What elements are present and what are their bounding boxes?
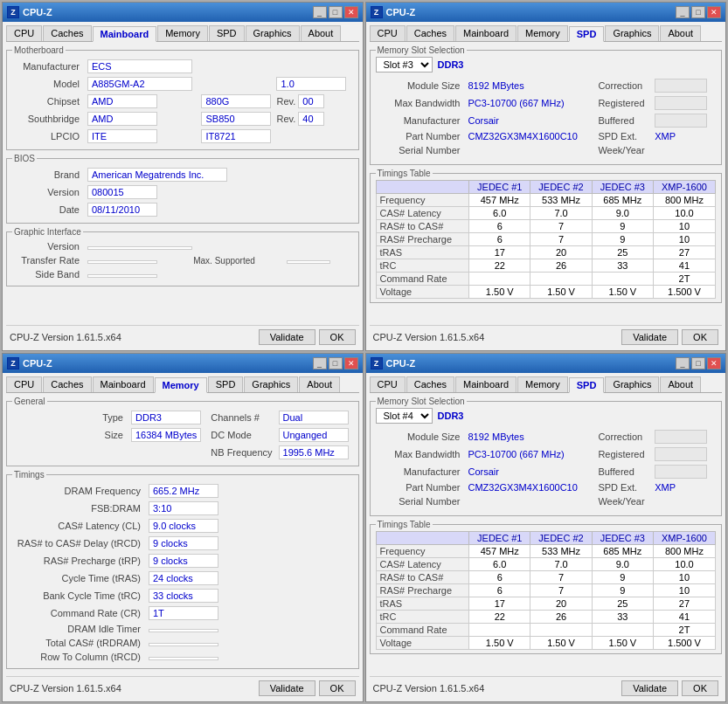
tab-spd-3[interactable]: SPD [208,376,244,392]
ok-btn-2[interactable]: OK [682,329,718,345]
bios-version-label: Version [14,184,84,200]
tab-memory-1[interactable]: Memory [157,25,208,41]
lpcio-name: IT8721 [199,128,273,144]
dc-mode-value-3: Unganged [277,427,351,443]
tab-about-2[interactable]: About [660,25,701,41]
validate-btn-2[interactable]: Validate [621,329,678,345]
timing-cell: 6 [469,220,530,233]
timing-row: Voltage1.50 V1.50 V1.50 V1.500 V [376,286,716,299]
correction-lbl-2: Correction [591,78,651,93]
timing-cell: 1.50 V [469,637,530,650]
manufacturer-value: ECS [86,59,351,74]
serial-val-2 [467,144,590,156]
tab-about-3[interactable]: About [299,376,340,392]
tab-graphics-2[interactable]: Graphics [605,25,659,41]
tab-mainboard-2[interactable]: Mainboard [455,25,517,41]
tab-caches-2[interactable]: Caches [406,25,454,41]
bios-brand-label: Brand [14,167,84,183]
timing-row-label: CAS# Latency [376,558,469,571]
tab-spd-2[interactable]: SPD [569,26,605,42]
chipset-label: Chipset [14,93,84,109]
gi-transfer-value [86,254,188,266]
close-btn-2[interactable]: ✕ [707,6,721,18]
tab-about-1[interactable]: About [301,25,342,41]
timing-header: JEDEC #2 [530,181,592,194]
tab-spd-1[interactable]: SPD [209,25,245,41]
tab-cpu-1[interactable]: CPU [6,25,42,41]
slot-legend-4: Memory Slot Selection [376,397,467,406]
tab-memory-3[interactable]: Memory [155,377,207,393]
manufacturer-val-4: Corsair [467,464,590,480]
tab-memory-4[interactable]: Memory [517,376,568,392]
validate-btn-4[interactable]: Validate [621,680,678,696]
window-title-2: CPU-Z [386,7,416,17]
timing-row-label: tRAS [376,597,469,611]
timing-cell: 6.0 [469,207,530,220]
timings-legend-2: Timings Table [376,169,433,178]
window-4: Z CPU-Z _ □ ✕ CPU Caches Mainboard Memor… [365,353,727,702]
timing-cell: 800 MHz [653,194,715,207]
minimize-btn-2[interactable]: _ [676,6,690,18]
tab-caches-4[interactable]: Caches [406,376,454,392]
tab-cpu-4[interactable]: CPU [370,376,406,392]
slot-dropdown-2[interactable]: Slot #3 [376,57,433,72]
timing-cell: 1.50 V [530,286,592,299]
close-btn-3[interactable]: ✕ [344,357,358,369]
close-btn-4[interactable]: ✕ [707,357,721,369]
tab-mainboard-3[interactable]: Mainboard [93,376,154,392]
timing-cell: 6 [469,584,530,597]
close-btn-1[interactable]: ✕ [344,6,358,18]
timing-cell: 33 [592,611,653,624]
tab-spd-4[interactable]: SPD [569,377,605,393]
validate-btn-3[interactable]: Validate [259,680,315,696]
tab-caches-3[interactable]: Caches [43,376,91,392]
southbridge-name: SB850 [199,111,273,127]
tab-caches-1[interactable]: Caches [43,25,91,41]
tab-mainboard-4[interactable]: Mainboard [455,376,517,392]
timing-cell: 533 MHz [530,545,592,558]
minimize-btn-1[interactable]: _ [313,6,327,18]
model-rev-spacer [199,76,273,92]
tab-memory-2[interactable]: Memory [517,25,568,41]
maximize-btn-1[interactable]: □ [329,6,343,18]
tab-about-4[interactable]: About [660,376,701,392]
maximize-btn-2[interactable]: □ [691,6,705,18]
tab-mainboard-1[interactable]: Mainboard [93,26,157,42]
southbridge-vendor: AMD [86,111,198,127]
timing-row: RAS# to CAS#67910 [376,571,716,584]
minimize-btn-4[interactable]: _ [676,357,690,369]
validate-btn-1[interactable]: Validate [259,329,315,345]
timing-cell: 7 [530,220,592,233]
timing-row: RAS# Precharge67910 [376,233,716,246]
timing-header [376,532,469,545]
module-size-val-2: 8192 MBytes [467,78,590,93]
nb-freq-spacer-3 [129,445,204,460]
timing-cell: 9 [592,233,653,246]
timing-cell [530,624,592,637]
ok-btn-4[interactable]: OK [682,680,718,696]
ok-btn-3[interactable]: OK [319,680,356,696]
maximize-btn-3[interactable]: □ [329,357,343,369]
timing-row: Command Rate2T [376,624,716,637]
timing-row-label: tRC [376,611,469,624]
cmd-lbl-3: Command Rate (CR) [14,605,145,621]
timing-cell [469,273,530,286]
tab-graphics-1[interactable]: Graphics [246,25,300,41]
slot-dropdown-4[interactable]: Slot #4 [376,408,433,424]
gi-sideband-value [86,268,351,280]
tab-graphics-4[interactable]: Graphics [605,376,659,392]
timing-cell: 7 [530,584,592,597]
timing-row-label: CAS# Latency [376,207,469,220]
timing-row-label: Voltage [376,286,469,299]
ok-btn-1[interactable]: OK [319,329,356,345]
tab-graphics-3[interactable]: Graphics [244,376,298,392]
tab-cpu-3[interactable]: CPU [6,376,42,392]
maximize-btn-4[interactable]: □ [691,357,705,369]
fsb-lbl-3: FSB:DRAM [14,500,145,516]
ras-cas-val-3: 9 clocks [147,535,351,551]
timing-cell: 27 [653,597,715,611]
minimize-btn-3[interactable]: _ [313,357,327,369]
dc-mode-label-3: DC Mode [205,427,274,443]
timing-cell [592,624,653,637]
tab-cpu-2[interactable]: CPU [370,25,406,41]
